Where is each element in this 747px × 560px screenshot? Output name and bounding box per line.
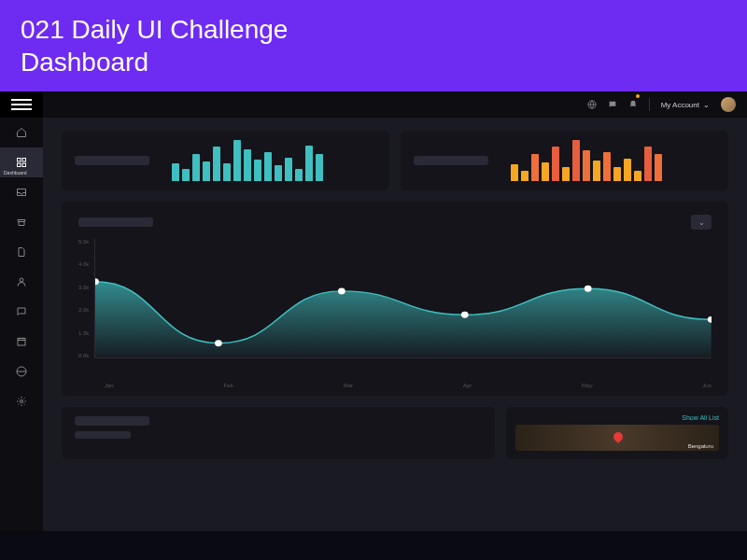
chart-body: 5.0k4.0k3.0k2.0k1.0k0.0k xyxy=(78,239,712,379)
chart-title-placeholder xyxy=(78,217,153,227)
x-tick: Jan xyxy=(105,383,114,388)
bar xyxy=(634,171,641,181)
calendar-icon xyxy=(16,336,27,347)
panel-sub-placeholder xyxy=(75,431,131,439)
bottom-panel-left xyxy=(62,407,495,459)
main-chart-card: ⌄ 5.0k4.0k3.0k2.0k1.0k0.0k JanFebMarAprM… xyxy=(62,202,728,396)
divider xyxy=(649,98,650,111)
y-tick: 4.0k xyxy=(78,261,89,267)
sidebar-item-dashboard[interactable] xyxy=(0,147,43,177)
dashboard-icon xyxy=(16,157,27,168)
chart-header: ⌄ xyxy=(78,215,712,230)
svg-rect-1 xyxy=(22,159,26,162)
avatar[interactable] xyxy=(721,97,736,112)
x-tick: Mar xyxy=(344,383,353,388)
app-shell: My Account ⌄ ⌄ xyxy=(0,91,747,531)
sidebar-item-store[interactable] xyxy=(0,207,43,237)
bar xyxy=(562,167,570,181)
plot-area xyxy=(94,239,712,358)
settings-icon xyxy=(16,396,27,407)
bar xyxy=(511,164,518,181)
bar xyxy=(644,147,652,181)
sidebar-item-files[interactable] xyxy=(0,237,43,267)
sidebar-item-inbox[interactable] xyxy=(0,177,43,207)
sidebar-item-settings[interactable] xyxy=(0,386,43,416)
map-preview[interactable]: Bengaluru xyxy=(515,425,719,451)
bar xyxy=(203,161,210,181)
topbar: My Account ⌄ xyxy=(43,91,747,118)
globe-icon[interactable] xyxy=(587,100,597,109)
bar xyxy=(172,163,179,181)
stats-card-right xyxy=(401,131,728,190)
sidebar-item-calendar[interactable] xyxy=(0,327,43,357)
bar xyxy=(316,154,323,181)
bottom-panel-right: Show All List Bengaluru xyxy=(506,407,728,459)
bar xyxy=(613,167,621,181)
map-city-label: Bengaluru xyxy=(688,443,713,449)
chat-icon[interactable] xyxy=(608,100,617,109)
stats-row xyxy=(62,131,728,190)
banner-line-2: Dashboard xyxy=(21,46,726,78)
account-label: My Account xyxy=(661,101,699,109)
bar xyxy=(182,169,190,181)
content: ⌄ 5.0k4.0k3.0k2.0k1.0k0.0k JanFebMarAprM… xyxy=(43,118,747,531)
y-axis: 5.0k4.0k3.0k2.0k1.0k0.0k xyxy=(78,239,94,358)
notifications-button[interactable] xyxy=(628,96,638,113)
svg-rect-2 xyxy=(18,163,21,167)
bar xyxy=(244,149,251,181)
svg-point-4 xyxy=(20,278,23,282)
sidebar-item-globe[interactable] xyxy=(0,357,43,386)
x-tick: Apr xyxy=(463,383,472,388)
bar xyxy=(223,163,231,181)
sidebar-item-users[interactable] xyxy=(0,267,43,297)
bar xyxy=(593,161,600,181)
data-point xyxy=(585,286,592,292)
hamburger-menu-button[interactable] xyxy=(0,91,43,118)
svg-rect-3 xyxy=(22,163,26,167)
bar xyxy=(275,165,282,181)
panel-title-placeholder xyxy=(75,416,149,426)
y-tick: 5.0k xyxy=(78,239,89,245)
panel-right-header: Show All List xyxy=(515,414,719,421)
map-pin-icon xyxy=(612,430,625,443)
y-tick: 3.0k xyxy=(78,285,89,290)
stats-card-left xyxy=(62,131,389,190)
x-tick: Feb xyxy=(224,383,233,388)
account-menu[interactable]: My Account ⌄ xyxy=(661,101,710,109)
bar xyxy=(603,152,611,181)
files-icon xyxy=(16,246,27,258)
bar xyxy=(521,171,529,181)
mini-bar-chart-warm xyxy=(511,140,662,181)
bar xyxy=(552,147,559,181)
svg-rect-0 xyxy=(18,159,21,162)
bar xyxy=(531,154,539,181)
show-all-link[interactable]: Show All List xyxy=(682,414,719,421)
collapse-button[interactable]: ⌄ xyxy=(691,215,712,230)
y-tick: 2.0k xyxy=(78,307,89,313)
svg-rect-5 xyxy=(18,339,25,346)
bar xyxy=(542,162,549,181)
svg-point-7 xyxy=(21,400,23,403)
bar xyxy=(583,150,590,181)
y-tick: 0.0k xyxy=(78,353,89,358)
bar xyxy=(264,152,272,181)
bar xyxy=(213,147,220,181)
mini-bar-chart-teal xyxy=(172,140,323,181)
data-point xyxy=(215,340,222,346)
bar xyxy=(655,154,662,181)
bar xyxy=(192,154,200,181)
y-tick: 1.0k xyxy=(78,330,89,336)
bell-icon xyxy=(628,100,638,109)
challenge-banner: 021 Daily UI Challenge Dashboard xyxy=(0,0,747,91)
x-tick: Jun xyxy=(702,383,712,388)
sidebar-item-home[interactable] xyxy=(0,118,43,147)
notification-dot xyxy=(636,94,640,98)
sidebar-item-chat[interactable] xyxy=(0,297,43,327)
data-point xyxy=(338,287,345,294)
stats-label-placeholder xyxy=(414,156,488,165)
data-point xyxy=(461,312,469,318)
bottom-row: Show All List Bengaluru xyxy=(62,407,728,459)
users-icon xyxy=(16,276,27,287)
bar xyxy=(305,146,313,181)
globe-icon xyxy=(16,366,27,377)
